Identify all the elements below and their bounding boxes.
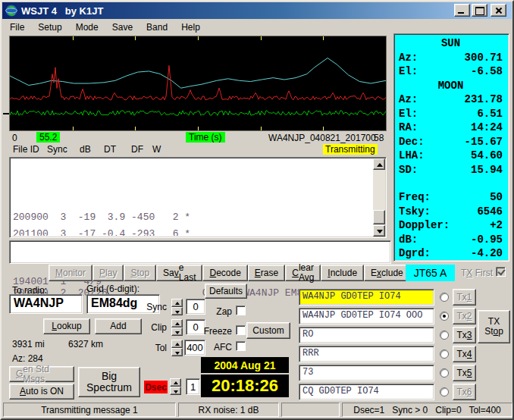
freeze-label: Freeze bbox=[197, 326, 232, 337]
tx-message-radio[interactable] bbox=[440, 368, 449, 378]
to-radio-input[interactable]: WA4NJP bbox=[9, 294, 83, 314]
spectrum-traces bbox=[10, 36, 386, 130]
toolbar-button[interactable]: Play bbox=[92, 265, 124, 281]
close-button[interactable] bbox=[490, 4, 506, 17]
zap-label: Zap bbox=[197, 306, 232, 317]
afc-checkbox[interactable] bbox=[236, 341, 246, 351]
spectrum-display[interactable] bbox=[9, 36, 387, 131]
lookup-button[interactable]: Lookup bbox=[43, 318, 90, 334]
dsec-value[interactable]: 1 bbox=[186, 378, 200, 395]
astro-label: El: bbox=[399, 64, 418, 79]
menu-item[interactable]: Help bbox=[174, 20, 207, 34]
average-text-area[interactable]: 194001 1 4/9201700 2 20/26 GD0TEP WA4NJP… bbox=[9, 240, 391, 264]
tx-first-checkbox[interactable] bbox=[496, 267, 506, 277]
toolbar-button[interactable]: Stop bbox=[124, 265, 156, 281]
up-arrow-icon bbox=[171, 319, 183, 328]
down-arrow-icon bbox=[171, 307, 183, 315]
tx-send-button[interactable]: Tx 3 bbox=[453, 327, 476, 343]
toolbar-button[interactable]: Monitor bbox=[49, 265, 92, 281]
mode-badge: JT65 A bbox=[406, 265, 455, 281]
scale-end-label: 58 bbox=[374, 133, 384, 143]
status-empty bbox=[281, 403, 340, 417]
astro-label: SD: bbox=[399, 163, 418, 177]
tx-message-input[interactable]: CQ GD0TEP IO74 bbox=[299, 384, 434, 400]
maximize-button[interactable] bbox=[472, 4, 487, 17]
clip-stepper[interactable] bbox=[171, 319, 183, 336]
tx-message-row: WA4NJP GD0TEP IO74 OOO Tx 2 bbox=[299, 308, 476, 324]
time-display: 20:18:26 bbox=[201, 375, 289, 397]
tx-send-button[interactable]: Tx 1 bbox=[453, 289, 476, 306]
tx-message-input[interactable]: RRR bbox=[299, 346, 434, 362]
minimize-button[interactable] bbox=[454, 4, 470, 17]
toolbar-button[interactable]: Decode bbox=[202, 265, 247, 281]
menu-item[interactable]: Setup bbox=[31, 20, 68, 34]
astro-label: LHA: bbox=[399, 149, 425, 163]
big-spectrum-line2: Spectrum bbox=[86, 382, 132, 393]
astro-label: El: bbox=[399, 107, 418, 121]
tx-stop-button[interactable]: TX Stop bbox=[478, 310, 510, 343]
graph-left-tick bbox=[3, 113, 9, 114]
menu-bar: FileSetupModeSaveBandHelp bbox=[3, 20, 207, 34]
tx-message-input[interactable]: WA4NJP GD0TEP IO74 OOO bbox=[299, 308, 434, 324]
decode-column-headers: File IDSyncdBDTDFW bbox=[9, 144, 237, 156]
astro-label: Dgrd: bbox=[399, 246, 431, 261]
astro-panel: SUN Az:300.71El:-6.58 MOON Az:231.78El:6… bbox=[393, 33, 509, 262]
tx-message-radio[interactable] bbox=[440, 349, 449, 359]
scroll-up-icon[interactable] bbox=[373, 158, 385, 170]
menu-item[interactable]: Save bbox=[105, 20, 139, 34]
window-title: WSJT 4 by K1JT bbox=[21, 5, 103, 17]
astro-label: Tsky: bbox=[399, 205, 431, 219]
dsec-stepper[interactable] bbox=[170, 378, 181, 395]
down-arrow-icon bbox=[170, 387, 181, 395]
tx-message-input[interactable]: RO bbox=[299, 327, 434, 343]
big-spectrum-button[interactable]: Big Spectrum bbox=[78, 367, 140, 397]
up-arrow-icon bbox=[170, 378, 181, 387]
add-button[interactable]: Add bbox=[95, 318, 142, 334]
tx-message-radio[interactable] bbox=[440, 331, 449, 340]
tol-stepper[interactable] bbox=[171, 340, 183, 356]
up-arrow-icon bbox=[171, 340, 183, 348]
tx-first-label: TX First bbox=[461, 268, 493, 278]
defaults-button[interactable]: Defaults bbox=[205, 284, 247, 299]
tx-message-radio[interactable] bbox=[440, 387, 449, 396]
tx-send-button[interactable]: Tx 2 bbox=[453, 308, 476, 324]
sync-stepper[interactable] bbox=[171, 299, 183, 315]
toolbar-button[interactable]: Erase bbox=[248, 265, 285, 281]
tx-send-button[interactable]: Tx 6 bbox=[453, 384, 476, 400]
gen-std-msgs-button[interactable]: Gen Std Msgs bbox=[9, 366, 74, 382]
tx-message-radio[interactable] bbox=[440, 312, 449, 321]
menu-item[interactable]: Mode bbox=[69, 20, 105, 34]
tx-message-input[interactable]: WA4NJP GD0TEP IO74 bbox=[299, 289, 434, 306]
decode-scrollbar[interactable] bbox=[373, 158, 385, 237]
tx-message-radio[interactable] bbox=[440, 293, 449, 302]
astro-label: RA: bbox=[399, 121, 418, 135]
toolbar-button[interactable]: Clear Avg bbox=[285, 265, 321, 281]
tx-message-input[interactable]: 73 bbox=[299, 365, 434, 381]
sun-rows: Az:300.71El:-6.58 bbox=[399, 51, 503, 79]
decoded-text-area[interactable]: 200900 3 -19 3.9 -450 2 *201100 3 -17 -0… bbox=[9, 157, 387, 238]
zap-checkbox[interactable] bbox=[236, 306, 246, 315]
scroll-thumb[interactable] bbox=[373, 210, 385, 224]
scale-start-label: 0 bbox=[12, 133, 17, 143]
tx-message-row: CQ GD0TEP IO74 Tx 6 bbox=[299, 384, 476, 400]
freeze-checkbox[interactable] bbox=[236, 325, 246, 335]
menu-item[interactable]: File bbox=[3, 20, 31, 34]
tx-send-button[interactable]: Tx 5 bbox=[453, 365, 476, 381]
auto-toggle-button[interactable]: Auto is ON bbox=[9, 384, 74, 400]
scroll-down-icon[interactable] bbox=[373, 225, 385, 237]
toolbar-button[interactable]: Exclude bbox=[364, 265, 410, 281]
astro-label: Dec: bbox=[399, 135, 425, 149]
toolbar-button[interactable]: Save Last bbox=[156, 265, 202, 281]
astro-value: 14:24 bbox=[471, 121, 503, 135]
column-header: Sync bbox=[47, 144, 67, 155]
wav-file-name: WA4NJP_040821_201700 bbox=[268, 133, 376, 143]
astro-value: -15.67 bbox=[465, 135, 503, 149]
tx-message-row: RO Tx 3 bbox=[299, 327, 476, 343]
astro-value: 50 bbox=[490, 190, 503, 205]
menu-item[interactable]: Band bbox=[139, 20, 174, 34]
astro-value: 54.60 bbox=[471, 149, 503, 163]
status-params: Dsec=1 Sync > 0 Clip=0 Tol=400 bbox=[342, 403, 512, 417]
custom-button[interactable]: Custom bbox=[246, 322, 290, 339]
toolbar-button[interactable]: Include bbox=[321, 265, 364, 281]
tx-send-button[interactable]: Tx 4 bbox=[453, 346, 476, 362]
